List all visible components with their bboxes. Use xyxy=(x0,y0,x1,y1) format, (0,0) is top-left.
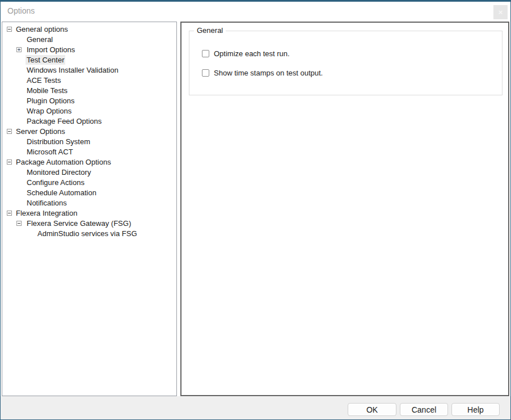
tree-item-label[interactable]: AdminStudio services via FSG xyxy=(36,229,138,238)
window-title: Options xyxy=(7,6,35,15)
close-button[interactable]: × xyxy=(493,5,508,19)
tree-item-general[interactable]: General xyxy=(2,35,176,45)
tree-item-flexera-integration[interactable]: Flexera Integration xyxy=(2,208,176,219)
tree-item-label[interactable]: Wrap Options xyxy=(26,106,73,116)
button-bar: OK Cancel Help xyxy=(1,396,510,419)
tree-item-label[interactable]: Package Automation Options xyxy=(15,157,112,167)
tree-item-label[interactable]: Import Options xyxy=(26,45,76,54)
tree-item-label[interactable]: Microsoft ACT xyxy=(26,147,74,157)
tree-item-general-options[interactable]: General options xyxy=(2,24,176,35)
expand-icon[interactable] xyxy=(16,47,22,52)
tree-item-windows-installer-validation[interactable]: Windows Installer Validation xyxy=(2,65,176,75)
collapse-icon[interactable] xyxy=(7,129,12,134)
tree-item-configure-actions[interactable]: Configure Actions xyxy=(2,178,176,188)
general-groupbox: General Optimize each test run. Show tim… xyxy=(189,31,502,95)
tree-item-monitored-directory[interactable]: Monitored Directory xyxy=(2,167,176,178)
tree-item-label[interactable]: ACE Tests xyxy=(26,75,62,85)
tree-item-microsoft-act[interactable]: Microsoft ACT xyxy=(2,147,176,157)
tree-item-plugin-options[interactable]: Plugin Options xyxy=(2,96,176,106)
tree-item-label[interactable]: Configure Actions xyxy=(26,178,86,187)
checkbox-label[interactable]: Show time stamps on test output. xyxy=(214,69,323,77)
tree-item-mobile-tests[interactable]: Mobile Tests xyxy=(2,86,176,96)
show-time-stamps-checkbox[interactable] xyxy=(202,69,209,77)
tree-item-schedule-automation[interactable]: Schedule Automation xyxy=(2,188,176,198)
cancel-button[interactable]: Cancel xyxy=(400,403,448,416)
title-bar: Options × xyxy=(1,2,510,22)
help-button[interactable]: Help xyxy=(451,403,500,416)
tree-item-server-options[interactable]: Server Options xyxy=(2,127,176,137)
tree-item-label[interactable]: Windows Installer Validation xyxy=(26,65,120,75)
tree-item-label[interactable]: Mobile Tests xyxy=(26,86,69,95)
checkbox-label[interactable]: Optimize each test run. xyxy=(214,49,290,58)
tree-item-package-feed-options[interactable]: Package Feed Options xyxy=(2,116,176,127)
tree-item-label[interactable]: Package Feed Options xyxy=(26,116,103,126)
optimize-each-test-run-option[interactable]: Optimize each test run. xyxy=(202,49,290,58)
tree-item-label[interactable]: Notifications xyxy=(26,198,68,208)
tree-item-label-selected[interactable]: Test Center xyxy=(26,55,65,65)
tree-item-test-center[interactable]: Test Center xyxy=(2,55,176,65)
tree-item-import-options[interactable]: Import Options xyxy=(2,45,176,55)
collapse-icon[interactable] xyxy=(7,27,12,32)
tree-item-label[interactable]: General options xyxy=(15,24,69,34)
ok-button[interactable]: OK xyxy=(348,403,396,416)
tree-item-wrap-options[interactable]: Wrap Options xyxy=(2,106,176,116)
tree-item-ace-tests[interactable]: ACE Tests xyxy=(2,75,176,86)
tree-item-adminstudio-services-via-fsg[interactable]: AdminStudio services via FSG xyxy=(2,229,176,239)
groupbox-title: General xyxy=(194,26,226,35)
tree-item-label[interactable]: General xyxy=(26,35,54,44)
tree-item-label[interactable]: Monitored Directory xyxy=(26,167,92,177)
tree-item-package-automation-options[interactable]: Package Automation Options xyxy=(2,157,176,167)
dialog-body: General options General Import Options T… xyxy=(1,22,510,396)
collapse-icon[interactable] xyxy=(7,159,12,165)
show-time-stamps-option[interactable]: Show time stamps on test output. xyxy=(202,69,323,77)
collapse-icon[interactable] xyxy=(7,211,12,216)
options-dialog: Options × General options General Import… xyxy=(0,0,511,420)
tree-item-label[interactable]: Flexera Integration xyxy=(15,208,78,218)
tree-item-notifications[interactable]: Notifications xyxy=(2,198,176,208)
options-tree: General options General Import Options T… xyxy=(2,22,177,396)
tree-item-label[interactable]: Schedule Automation xyxy=(26,188,98,198)
optimize-each-test-run-checkbox[interactable] xyxy=(202,50,209,57)
collapse-icon[interactable] xyxy=(16,221,22,226)
settings-panel: General Optimize each test run. Show tim… xyxy=(180,22,509,396)
tree-item-label[interactable]: Server Options xyxy=(15,127,66,136)
tree-item-distribution-system[interactable]: Distribution System xyxy=(2,137,176,147)
tree-item-label[interactable]: Distribution System xyxy=(26,137,91,146)
close-icon: × xyxy=(499,8,503,16)
tree-item-label[interactable]: Plugin Options xyxy=(26,96,76,106)
tree-item-label[interactable]: Flexera Service Gateway (FSG) xyxy=(26,219,132,228)
tree-item-flexera-service-gateway[interactable]: Flexera Service Gateway (FSG) xyxy=(2,219,176,229)
